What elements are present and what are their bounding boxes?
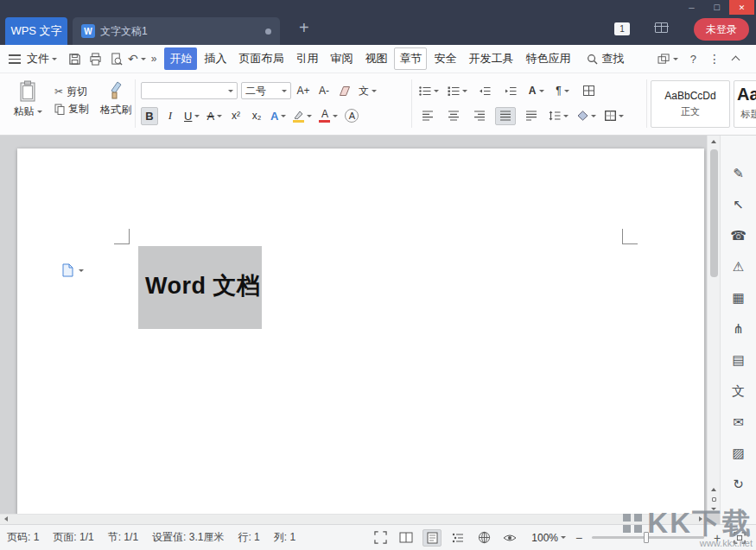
pen-tool-icon[interactable]: ✎ [721,158,756,189]
scroll-left-button[interactable] [4,516,8,522]
collapse-ribbon-button[interactable] [732,56,740,65]
zoom-in-button[interactable]: + [711,531,723,545]
decrease-indent-button[interactable] [474,82,495,100]
message-count-badge[interactable]: 1 [614,22,630,35]
shading-button[interactable] [575,107,598,125]
sort-button[interactable]: A [526,82,547,100]
vertical-scrollbar[interactable] [707,136,720,514]
page-view-button[interactable] [422,529,442,547]
line-spacing-button[interactable] [547,107,570,125]
previous-page-button[interactable] [711,488,716,491]
paste-button[interactable]: 粘贴 [9,80,47,120]
two-page-view-button[interactable] [397,529,416,547]
tab-security[interactable]: 安全 [429,47,461,70]
numbering-button[interactable] [446,82,469,100]
file-menu-button[interactable]: 文件 [27,51,57,66]
text-effects-button[interactable]: A [269,107,288,125]
tab-home[interactable]: 开始 [164,47,197,70]
text-selection[interactable]: Word 文档 [138,246,262,329]
eye-protect-button[interactable] [500,529,519,547]
phone-tool-icon[interactable]: ☎ [721,220,756,251]
app-menu-button[interactable]: WPS 文字 [5,17,67,45]
zoom-slider[interactable] [592,536,704,539]
distribute-button[interactable] [521,107,542,125]
decrease-font-button[interactable]: A- [315,82,333,100]
clear-format-button[interactable] [336,82,353,100]
tab-close-dot-icon[interactable] [265,28,271,35]
style-heading1[interactable]: AaB 标题 1 [734,80,756,128]
italic-button[interactable]: I [162,107,179,125]
paste-options-button[interactable] [62,263,84,277]
cut-button[interactable]: ✂ 剪切 [54,83,89,100]
page[interactable]: Word 文档 [17,149,704,524]
outline-view-button[interactable] [448,529,467,547]
scrollbar-thumb[interactable] [710,149,718,277]
horizontal-scrollbar[interactable] [0,514,707,524]
minimize-button[interactable]: ─ [679,0,704,15]
zoom-out-button[interactable]: − [573,531,585,545]
highlight-button[interactable] [291,107,314,125]
translate-tool-icon[interactable]: 文 [721,376,756,407]
tab-view[interactable]: 视图 [359,47,392,70]
more-menu-button[interactable]: ⋮ [708,52,721,66]
help-button[interactable]: ? [690,53,696,66]
quick-access-more-button[interactable]: » [151,53,157,65]
strikethrough-button[interactable]: A [205,107,224,125]
borders-button[interactable] [603,107,626,125]
tab-page-layout[interactable]: 页面布局 [233,47,289,70]
mail-tool-icon[interactable]: ✉ [721,407,756,438]
bullets-button[interactable] [417,82,441,100]
print-preview-button[interactable] [105,49,126,68]
close-button[interactable]: ✕ [729,0,754,15]
tab-section[interactable]: 章节 [394,47,427,70]
scroll-up-button[interactable] [711,140,716,143]
document-heading[interactable]: Word 文档 [145,270,261,301]
status-page-number[interactable]: 页码: 1 [7,530,39,545]
font-color-button[interactable]: A [317,107,340,125]
status-pages[interactable]: 页面: 1/1 [53,530,93,545]
align-left-button[interactable] [417,107,438,125]
justify-button[interactable] [495,107,516,125]
gift-icon[interactable] [655,22,668,33]
format-painter-button[interactable]: 格式刷 [97,80,135,120]
increase-font-button[interactable]: A+ [295,82,312,100]
show-marks-button[interactable]: ¶ [552,82,573,100]
increase-indent-button[interactable] [500,82,521,100]
zoom-slider-thumb[interactable] [644,532,649,543]
maximize-button[interactable]: ☐ [704,0,729,15]
doc-edit-tool-icon[interactable]: ▤ [721,345,756,376]
new-tab-button[interactable]: + [299,19,309,36]
tab-references[interactable]: 引用 [290,47,323,70]
sync-tool-icon[interactable]: ↻ [721,469,756,500]
print-button[interactable] [85,49,105,68]
copy-button[interactable]: 复制 [54,100,89,117]
font-family-select[interactable] [141,82,238,99]
hamburger-menu-icon[interactable] [9,54,21,64]
scroll-right-button[interactable] [699,516,702,522]
login-button[interactable]: 未登录 [694,18,749,41]
phonetic-guide-button[interactable]: 文 [357,82,378,100]
switch-window-button[interactable] [658,54,678,65]
subscript-button[interactable]: x₂ [248,107,265,125]
bold-button[interactable]: B [141,107,158,125]
text-tools-button[interactable] [578,82,599,100]
select-browse-object-button[interactable] [712,497,716,502]
document-area[interactable]: Word 文档 [0,136,720,524]
table-tool-icon[interactable]: ▦ [721,282,756,313]
share-tool-icon[interactable]: ⋔ [721,313,756,345]
tab-special-features[interactable]: 特色应用 [520,47,575,70]
image-tool-icon[interactable]: ▨ [721,438,756,469]
superscript-button[interactable]: x² [227,107,245,125]
font-size-select[interactable]: 二号 [241,82,291,99]
tab-dev-tools[interactable]: 开发工具 [463,47,518,70]
alert-tool-icon[interactable]: ⚠ [721,251,756,282]
document-tab[interactable]: W 文字文稿1 [73,17,280,45]
undo-button[interactable]: ↶ [128,52,146,66]
find-button[interactable]: 查找 [587,51,624,66]
style-normal[interactable]: AaBbCcDd 正文 [651,80,730,128]
tab-review[interactable]: 审阅 [325,47,358,70]
status-section[interactable]: 节: 1/1 [108,530,138,545]
tab-insert[interactable]: 插入 [199,47,232,70]
zoom-level-button[interactable]: 100% [531,532,566,544]
align-center-button[interactable] [443,107,464,125]
